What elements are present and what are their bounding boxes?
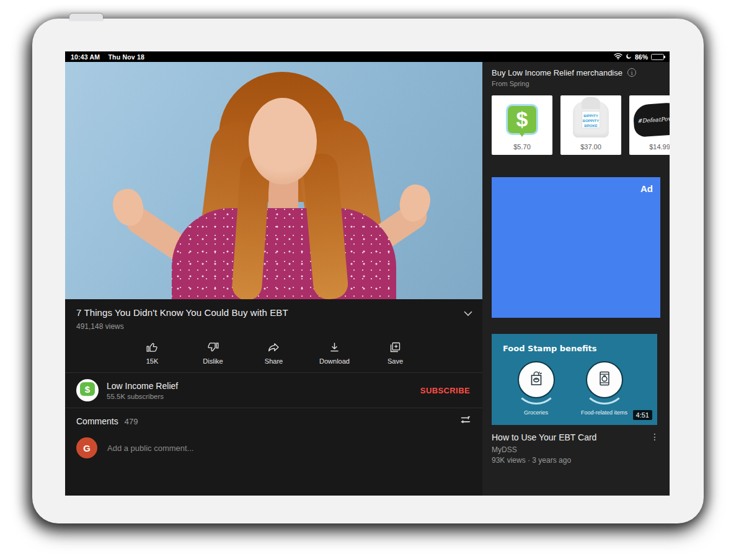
comment-input[interactable]: Add a public comment... xyxy=(107,444,193,453)
save-label: Save xyxy=(388,357,403,365)
merch-subtitle: From Spring xyxy=(492,80,622,87)
groceries-circle xyxy=(518,361,557,401)
ad-banner[interactable]: Ad xyxy=(492,177,660,318)
merch-item-hoodie[interactable]: BIPPITY BOPPITY BROKE $37.00 xyxy=(560,95,621,155)
suggested-video-thumbnail[interactable]: Food Stamp benefits xyxy=(492,334,657,425)
share-button[interactable]: Share xyxy=(255,341,293,365)
sidebar: Buy Low Income Relief merchandise From S… xyxy=(482,62,670,496)
info-icon[interactable]: i xyxy=(627,68,636,77)
groceries-label: Groceries xyxy=(524,409,548,416)
share-icon xyxy=(267,341,280,354)
subscribe-button[interactable]: SUBSCRIBE xyxy=(419,382,471,399)
comments-title: Comments xyxy=(76,416,118,426)
channel-subscribers: 55.5K subscribers xyxy=(107,393,419,400)
suggested-channel: MyDSS xyxy=(492,445,649,454)
battery-percent: 86% xyxy=(635,53,648,61)
action-bar: 15K Dislike Share xyxy=(65,335,482,372)
status-date: Thu Nov 18 xyxy=(108,53,144,61)
next-thumbnail-partial[interactable] xyxy=(492,479,660,496)
kebab-menu-icon[interactable]: ⋮ xyxy=(649,432,660,465)
fanny-pack-image: #DefeatPoverty xyxy=(632,102,670,138)
video-title: 7 Things You Didn't Know You Could Buy w… xyxy=(76,307,471,318)
like-count: 15K xyxy=(146,357,159,365)
dollar-bubble-icon: $ xyxy=(80,382,95,396)
add-comment-row[interactable]: G Add a public comment... xyxy=(65,432,482,467)
comments-sort-icon[interactable] xyxy=(460,415,471,427)
video-title-block[interactable]: 7 Things You Didn't Know You Could Buy w… xyxy=(65,299,482,335)
merch-price: $37.00 xyxy=(580,143,601,155)
wifi-icon xyxy=(614,53,622,61)
food-items-label: Food-related items xyxy=(581,409,627,416)
thumbs-up-icon xyxy=(146,341,159,354)
ad-badge: Ad xyxy=(640,183,653,194)
merch-price: $14.99 xyxy=(649,143,670,155)
channel-row[interactable]: $ Low Income Relief 55.5K subscribers SU… xyxy=(65,373,482,408)
dollar-sticker-image: $ xyxy=(506,104,538,135)
merch-title: Buy Low Income Relief merchandise xyxy=(492,68,622,78)
thumbnail-title: Food Stamp benefits xyxy=(503,344,597,353)
merch-item-sticker[interactable]: $ $5.70 xyxy=(492,95,552,155)
suggested-meta: 93K views · 3 years ago xyxy=(492,456,649,465)
suggested-video-info[interactable]: How to Use Your EBT Card MyDSS 93K views… xyxy=(492,432,660,465)
like-button[interactable]: 15K xyxy=(133,341,172,365)
tablet-power-button xyxy=(69,14,103,21)
save-button[interactable]: Save xyxy=(376,341,415,365)
merch-item-fanny-pack[interactable]: #DefeatPoverty $14.99 xyxy=(629,95,670,155)
comments-header[interactable]: Comments 479 xyxy=(65,408,482,432)
video-views: 491,148 views xyxy=(76,322,471,331)
suggested-title: How to Use Your EBT Card xyxy=(492,432,649,442)
video-player[interactable] xyxy=(65,62,482,299)
food-items-circle xyxy=(586,361,626,401)
status-time-date: 10:43 AM Thu Nov 18 xyxy=(71,53,144,61)
dislike-label: Dislike xyxy=(203,357,223,365)
merch-shelf: $ $5.70 BIPPITY BOPPITY BROKE $37.00 #De… xyxy=(492,95,670,155)
user-avatar[interactable]: G xyxy=(76,437,97,458)
status-time: 10:43 AM xyxy=(71,53,100,61)
download-label: Download xyxy=(319,357,350,365)
channel-avatar[interactable]: $ xyxy=(76,379,99,401)
download-icon xyxy=(328,341,341,354)
download-button[interactable]: Download xyxy=(316,341,354,365)
battery-icon xyxy=(651,54,664,60)
thumbs-down-icon xyxy=(206,341,219,354)
dislike-button[interactable]: Dislike xyxy=(194,341,232,365)
screen: 10:43 AM Thu Nov 18 86% xyxy=(65,51,670,496)
hoodie-image: BIPPITY BOPPITY BROKE xyxy=(573,102,609,138)
save-playlist-icon xyxy=(389,341,402,354)
duration-badge: 4:51 xyxy=(633,410,652,420)
tablet-device: 10:43 AM Thu Nov 18 86% xyxy=(32,19,704,523)
comments-count: 479 xyxy=(125,417,460,426)
merch-price: $5.70 xyxy=(513,143,531,155)
merch-header: Buy Low Income Relief merchandise From S… xyxy=(492,68,660,87)
status-bar: 10:43 AM Thu Nov 18 86% xyxy=(65,51,670,62)
share-label: Share xyxy=(265,357,283,365)
do-not-disturb-moon-icon xyxy=(626,53,632,61)
channel-name: Low Income Relief xyxy=(107,381,419,391)
chevron-down-icon[interactable] xyxy=(464,308,472,319)
